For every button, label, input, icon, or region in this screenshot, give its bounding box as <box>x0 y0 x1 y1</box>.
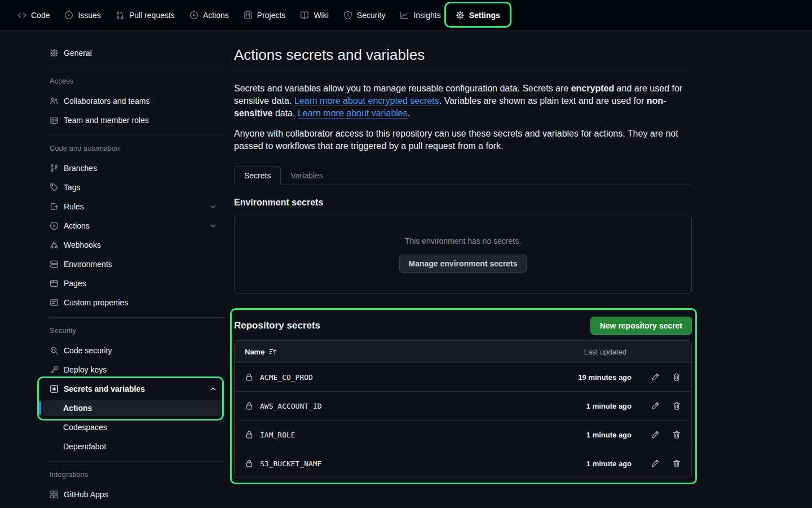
sidebar-item-pages[interactable]: Pages <box>43 275 224 291</box>
sidebar-item-label: Codespaces <box>63 423 107 432</box>
repo-nav: Code Issues Pull requests Actions Projec… <box>0 0 812 30</box>
nav-tab-issues[interactable]: Issues <box>57 0 108 30</box>
pull-request-icon <box>116 11 125 20</box>
sidebar-item-label: Secrets and variables <box>64 384 145 393</box>
environment-secrets-heading: Environment secrets <box>234 198 692 208</box>
sidebar-section-title: Access <box>50 77 224 86</box>
people-icon <box>50 97 59 106</box>
sidebar-item-label: Code security <box>64 346 112 355</box>
browser-icon <box>50 279 59 288</box>
sidebar-item-deploy-keys[interactable]: Deploy keys <box>43 362 224 378</box>
nav-tab-label: Insights <box>413 11 440 20</box>
tab-secrets[interactable]: Secrets <box>234 166 281 185</box>
secret-row: S3_BUCKET_NAME 1 minute ago <box>235 449 691 478</box>
delete-trash-icon[interactable] <box>672 401 681 410</box>
chevron-down-icon[interactable] <box>209 202 218 211</box>
sidebar-item-rules[interactable]: Rules <box>43 199 224 214</box>
edit-pencil-icon[interactable] <box>651 430 660 439</box>
sidebar-item-webhooks[interactable]: Webhooks <box>43 237 224 253</box>
sidebar-item-actions[interactable]: Actions <box>43 218 224 234</box>
sidebar-item-branches[interactable]: Branches <box>43 160 224 176</box>
secret-name: AWS_ACCOUNT_ID <box>260 402 322 410</box>
sidebar-item-code-security[interactable]: Code security <box>43 343 224 358</box>
lock-icon <box>245 430 254 439</box>
project-board-icon <box>244 11 253 20</box>
nav-tab-wiki[interactable]: Wiki <box>293 0 336 30</box>
inline-link[interactable]: Learn more about variables <box>298 108 408 118</box>
sidebar-item-team-and-member-roles[interactable]: Team and member roles <box>43 112 224 128</box>
delete-trash-icon[interactable] <box>672 430 681 439</box>
page-title: Actions secrets and variables <box>234 46 692 64</box>
sidebar-item-label: Webhooks <box>64 240 101 249</box>
sidebar-item-secrets-and-variables[interactable]: Secrets and variables <box>43 381 224 397</box>
nav-tab-code[interactable]: Code <box>10 0 57 30</box>
gear-icon <box>456 11 465 20</box>
secret-row: AWS_ACCOUNT_ID 1 minute ago <box>235 391 691 420</box>
sidebar-subitem-codespaces[interactable]: Codespaces <box>43 419 224 435</box>
nav-tab-actions[interactable]: Actions <box>182 0 236 30</box>
secret-name: S3_BUCKET_NAME <box>260 459 322 468</box>
sidebar-item-label: General <box>64 49 92 58</box>
inline-link[interactable]: Learn more about encrypted secrets <box>294 96 439 106</box>
secrets-table-header: Name Last updated <box>235 341 691 362</box>
sidebar-item-environments[interactable]: Environments <box>43 256 224 272</box>
sidebar-item-label: Actions <box>63 404 92 413</box>
lock-icon <box>245 373 254 382</box>
repository-secrets-section: Repository secrets New repository secret… <box>234 316 692 478</box>
sidebar-section-title: Security <box>50 326 224 335</box>
sidebar-subitem-actions[interactable]: Actions <box>43 400 224 416</box>
note-icon <box>50 298 59 307</box>
id-badge-icon <box>50 116 59 125</box>
nav-tab-security[interactable]: Security <box>336 0 393 30</box>
sidebar-item-email-notifications[interactable]: Email notifications <box>43 506 224 508</box>
last-updated-column-header: Last updated <box>584 348 626 356</box>
secret-last-updated: 1 minute ago <box>586 459 632 468</box>
sidebar-item-label: Collaborators and teams <box>64 97 150 106</box>
play-circle-icon <box>50 221 59 230</box>
active-tab-underline <box>453 26 502 28</box>
book-icon <box>300 11 309 20</box>
sidebar-item-collaborators-and-teams[interactable]: Collaborators and teams <box>43 93 224 109</box>
gear-icon <box>50 49 59 58</box>
secret-last-updated: 19 minutes ago <box>578 373 632 382</box>
sidebar-item-label: Actions <box>64 221 90 230</box>
sidebar-item-label: Rules <box>64 202 84 211</box>
sort-ascending-icon <box>268 347 277 356</box>
environment-secrets-empty-box: This environment has no secrets. Manage … <box>234 216 692 294</box>
edit-pencil-icon[interactable] <box>651 373 660 382</box>
sidebar-section-title: Code and automation <box>50 144 224 153</box>
sidebar-item-tags[interactable]: Tags <box>43 179 224 195</box>
delete-trash-icon[interactable] <box>672 373 681 382</box>
tab-variables[interactable]: Variables <box>281 167 332 185</box>
play-circle-icon <box>189 11 198 20</box>
name-column-header[interactable]: Name <box>245 347 277 356</box>
sidebar-section-title: Integrations <box>50 470 224 479</box>
sidebar-subitem-dependabot[interactable]: Dependabot <box>43 439 224 454</box>
sidebar-item-custom-properties[interactable]: Custom properties <box>43 295 224 310</box>
nav-tab-insights[interactable]: Insights <box>392 0 448 30</box>
repository-secrets-table: Name Last updated ACME_CO_PROD 19 minute… <box>234 340 692 478</box>
nav-tab-pull-requests[interactable]: Pull requests <box>108 0 182 30</box>
nav-tab-settings[interactable]: Settings <box>448 0 508 30</box>
secret-last-updated: 1 minute ago <box>586 431 632 439</box>
nav-tab-projects[interactable]: Projects <box>236 0 293 30</box>
sidebar-item-general[interactable]: General <box>43 45 224 61</box>
sidebar-divider <box>47 68 224 68</box>
key-icon <box>50 365 59 374</box>
new-repository-secret-button[interactable]: New repository secret <box>590 317 692 335</box>
sidebar-divider <box>47 135 224 135</box>
nav-tab-label: Pull requests <box>129 11 175 20</box>
sidebar-item-label: Custom properties <box>64 298 128 307</box>
edit-pencil-icon[interactable] <box>651 401 660 410</box>
shield-icon <box>343 11 352 20</box>
sidebar-item-github-apps[interactable]: GitHub Apps <box>43 487 224 502</box>
chevron-up-icon[interactable] <box>209 384 218 393</box>
edit-pencil-icon[interactable] <box>651 459 660 468</box>
delete-trash-icon[interactable] <box>672 459 681 468</box>
chevron-down-icon[interactable] <box>209 221 218 230</box>
settings-sidebar: General Access Collaborators and teams T… <box>43 30 224 508</box>
lock-icon <box>245 401 254 410</box>
webhook-icon <box>50 240 59 249</box>
manage-environment-secrets-button[interactable]: Manage environment secrets <box>399 255 527 273</box>
nav-tab-label: Wiki <box>314 11 328 20</box>
